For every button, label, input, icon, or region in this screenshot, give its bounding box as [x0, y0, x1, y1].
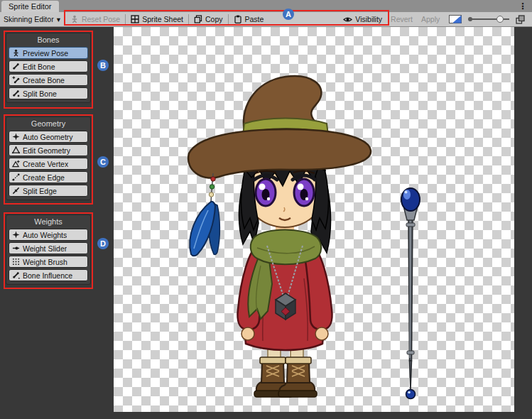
button-label: Auto Geometry — [23, 133, 73, 141]
revert-label: Revert — [391, 15, 413, 23]
reset-pose-icon — [70, 15, 79, 23]
skinning-editor-dropdown[interactable]: Skinning Editor ▾ — [0, 12, 64, 26]
toolbar-separator — [228, 14, 229, 24]
staff-shaft — [406, 217, 415, 391]
apply-label: Apply — [421, 15, 440, 23]
sprite-canvas[interactable] — [114, 27, 514, 412]
scarf-wrap — [251, 230, 321, 265]
weights-panel-title: Weights — [9, 217, 88, 226]
reset-pose-button[interactable]: Reset Pose — [66, 12, 124, 26]
button-label: Create Edge — [23, 173, 65, 182]
weight-brush-button[interactable]: Weight Brush — [9, 256, 88, 268]
hat — [188, 76, 371, 178]
button-label: Auto Weights — [23, 231, 67, 239]
character-sprite — [151, 65, 406, 410]
tab-title: Sprite Editor — [9, 2, 52, 11]
split-bone-button[interactable]: Split Bone — [9, 87, 88, 99]
button-label: Weight Slider — [23, 244, 67, 253]
button-label: Bone Influence — [23, 271, 72, 280]
hand-right — [315, 327, 328, 340]
edit-bone-icon — [12, 62, 20, 70]
paste-button[interactable]: Paste — [229, 12, 268, 26]
toolbar-separator — [188, 14, 189, 24]
auto-weights-icon — [12, 231, 20, 239]
button-label: Split Edge — [23, 187, 57, 195]
staff-sprite — [392, 182, 428, 402]
copy-button[interactable]: Copy — [190, 12, 227, 26]
geometry-panel-title: Geometry — [9, 119, 88, 128]
copy-label: Copy — [205, 15, 223, 23]
geometry-panel: Geometry Auto Geometry Edit Geometry — [6, 116, 91, 200]
dropdown-label: Skinning Editor — [4, 15, 54, 23]
weight-slider-button[interactable]: Weight Slider — [9, 242, 88, 254]
edit-geometry-icon — [12, 146, 20, 154]
edit-bone-button[interactable]: Edit Bone — [9, 60, 88, 72]
slider-knob[interactable] — [496, 16, 504, 23]
revert-button[interactable]: Revert — [386, 12, 417, 26]
tab-strip: Sprite Editor ⋮ — [0, 0, 532, 12]
create-bone-button[interactable]: Create Bone — [9, 74, 88, 86]
visibility-label: Visibility — [355, 15, 382, 23]
auto-weights-button[interactable]: Auto Weights — [9, 229, 88, 241]
reset-pose-label: Reset Pose — [82, 15, 120, 23]
chevron-down-icon: ▾ — [57, 15, 60, 23]
paste-icon — [234, 15, 242, 23]
sprite-sheet-icon — [131, 15, 139, 23]
alpha-slider[interactable] — [468, 15, 509, 23]
toolbar-separator — [65, 14, 65, 24]
button-label: Weight Brush — [23, 258, 67, 266]
button-label: Create Bone — [23, 76, 65, 85]
bone-influence-icon — [12, 271, 20, 279]
sprite-editor-window: Sprite Editor ⋮ Skinning Editor ▾ Reset … — [0, 0, 532, 419]
bones-panel: Bones Preview Pose Edit Bone — [6, 33, 91, 103]
staff-head — [401, 188, 420, 220]
sprite-sheet-button[interactable]: Sprite Sheet — [126, 12, 188, 26]
button-label: Create Vertex — [23, 160, 68, 168]
visibility-icon — [343, 16, 352, 23]
split-edge-button[interactable]: Split Edge — [9, 185, 88, 197]
edit-geometry-button[interactable]: Edit Geometry — [9, 144, 88, 156]
toolbar-separator — [125, 14, 126, 24]
weight-slider-icon — [12, 244, 20, 252]
preview-pose-button[interactable]: Preview Pose — [9, 47, 88, 59]
tab-sprite-editor[interactable]: Sprite Editor — [1, 1, 59, 12]
create-bone-icon — [12, 76, 20, 84]
auto-geometry-button[interactable]: Auto Geometry — [9, 131, 88, 143]
button-label: Split Bone — [23, 89, 57, 98]
visibility-button[interactable]: Visibility — [339, 12, 386, 26]
button-label: Preview Pose — [23, 49, 68, 58]
staff-bottom-gem — [406, 390, 416, 399]
bone-influence-button[interactable]: Bone Influence — [9, 269, 88, 281]
create-edge-icon — [12, 173, 20, 181]
split-bone-icon — [12, 89, 20, 97]
layers-icon[interactable] — [516, 15, 525, 24]
button-label: Edit Bone — [23, 62, 55, 71]
split-edge-icon — [12, 187, 20, 195]
window-menu-icon[interactable]: ⋮ — [514, 1, 532, 11]
toolbar: Skinning Editor ▾ Reset Pose Sprite Shee… — [0, 12, 532, 27]
texture-preview-icon[interactable] — [449, 15, 462, 23]
weight-brush-icon — [12, 258, 20, 266]
preview-pose-icon — [12, 49, 20, 57]
auto-geometry-icon — [12, 133, 20, 141]
create-vertex-icon — [12, 160, 20, 168]
weights-panel: Weights Auto Weights Weight Slider — [6, 214, 91, 285]
create-vertex-button[interactable]: Create Vertex — [9, 158, 88, 170]
apply-button[interactable]: Apply — [417, 12, 444, 26]
create-edge-button[interactable]: Create Edge — [9, 171, 88, 183]
copy-icon — [194, 15, 202, 23]
button-label: Edit Geometry — [23, 146, 70, 155]
hand-left — [241, 327, 254, 340]
toolbar-right-group — [449, 15, 532, 24]
paste-label: Paste — [245, 15, 264, 23]
tool-sidebar: Bones Preview Pose Edit Bone — [0, 27, 114, 419]
sprite-sheet-label: Sprite Sheet — [142, 15, 183, 23]
feather-charm — [190, 173, 219, 256]
bones-panel-title: Bones — [9, 36, 88, 44]
